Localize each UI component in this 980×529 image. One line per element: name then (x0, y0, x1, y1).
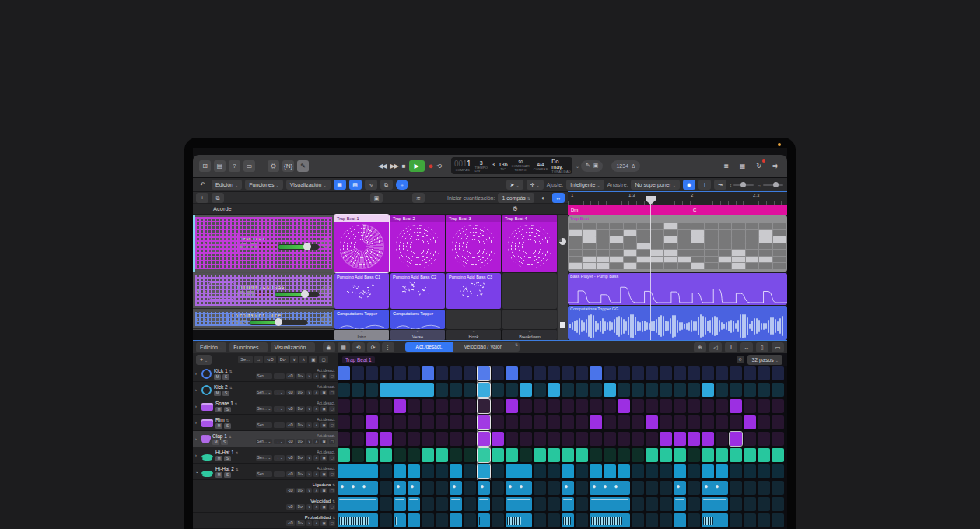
step-off[interactable] (758, 415, 770, 429)
loop-cell-pumping-acid-bass-c3[interactable]: Pumping Acid Bass C3 (446, 273, 501, 309)
row-control-0[interactable]: ⊲D (286, 455, 295, 461)
step-off[interactable] (520, 399, 532, 413)
subrow-control-1[interactable]: D⊳ (296, 504, 305, 510)
row-control-1[interactable]: D⊳ (296, 455, 305, 461)
solo-button[interactable]: S (222, 374, 229, 380)
step-off[interactable] (548, 432, 560, 446)
step-off[interactable] (688, 497, 700, 511)
step-off[interactable] (730, 383, 742, 397)
step-off[interactable] (436, 432, 448, 446)
step-off[interactable] (660, 497, 672, 511)
seq-row-probabilidad[interactable]: Probabilidad⇅⊲DD⊳∨∧▣▢ (193, 513, 338, 529)
row-control-2[interactable]: ∨ (306, 422, 312, 428)
row-control-2[interactable]: ∨ (306, 455, 312, 461)
step-on[interactable] (380, 432, 392, 446)
row-control-5[interactable]: ▢ (329, 422, 335, 428)
editor-tool-icon-4[interactable]: ⋮ (382, 342, 394, 352)
step-off[interactable] (702, 415, 714, 429)
step-on[interactable] (380, 383, 434, 397)
row-control-1[interactable]: D⊳ (296, 439, 305, 444)
subrow-control-4[interactable]: ▣ (320, 488, 327, 493)
step-off[interactable] (492, 497, 504, 511)
mode-stepper[interactable]: ⇅ (513, 342, 520, 352)
step-off[interactable] (534, 415, 546, 429)
volume-fader[interactable] (250, 320, 307, 325)
disclosure-icon[interactable]: › (195, 420, 199, 425)
row-control-0[interactable]: ⊲D (286, 422, 295, 428)
step-off[interactable] (380, 464, 392, 478)
step-on[interactable]: ◆◆ (506, 481, 532, 495)
add-row-button[interactable]: +⌄ (196, 355, 212, 365)
step-off[interactable] (604, 415, 616, 429)
step-off[interactable] (338, 383, 350, 397)
step-off[interactable] (758, 366, 770, 380)
direction-menu[interactable]: → ⌄ (274, 439, 285, 444)
step-on[interactable] (702, 448, 714, 462)
step-off[interactable] (660, 464, 672, 478)
step-off[interactable] (646, 366, 658, 380)
step-on[interactable] (730, 399, 742, 413)
step-off[interactable] (436, 399, 448, 413)
pencil-tool-icon[interactable]: ✎ (297, 160, 309, 172)
step-off[interactable] (436, 366, 448, 380)
fader-knob[interactable] (275, 318, 282, 326)
step-off[interactable] (408, 399, 420, 413)
step-on[interactable] (338, 513, 378, 527)
step-off[interactable] (548, 366, 560, 380)
row-control-3[interactable]: ∧ (313, 406, 319, 412)
gear-icon[interactable]: ⚙ (513, 205, 518, 212)
mute-button[interactable]: M (215, 456, 222, 461)
moon-icon[interactable]: ◐ (537, 192, 549, 204)
step-off[interactable] (436, 513, 448, 527)
step-off[interactable] (492, 513, 504, 527)
step-on[interactable] (688, 432, 700, 446)
step-off[interactable] (464, 448, 476, 462)
step-off[interactable] (366, 366, 378, 380)
step-on[interactable] (618, 399, 630, 413)
row-control-5[interactable]: ▢ (329, 390, 335, 395)
settings-icon[interactable]: ⛭ (268, 160, 279, 172)
step-off[interactable] (772, 366, 784, 380)
step-on[interactable] (716, 464, 728, 478)
step-on[interactable] (548, 448, 560, 462)
step-off[interactable] (618, 366, 630, 380)
sensitivity-menu[interactable]: Sen… ⌄ (256, 406, 273, 412)
stepper-icon[interactable]: ⇅ (236, 468, 239, 471)
step-off[interactable] (492, 399, 504, 413)
step-on[interactable]: ◆ (408, 481, 420, 495)
empty-cell[interactable] (446, 310, 501, 329)
step-off[interactable] (730, 366, 742, 380)
step-off[interactable] (758, 513, 770, 527)
step-off[interactable] (408, 432, 420, 446)
output-meter-icon[interactable]: ⇉ (769, 160, 781, 172)
row-control-5[interactable]: ▢ (329, 406, 335, 412)
step-off[interactable] (520, 415, 532, 429)
step-off[interactable] (618, 383, 630, 397)
step-off[interactable] (744, 513, 756, 527)
step-off[interactable] (422, 497, 434, 511)
automation-button[interactable]: ∿ (365, 180, 377, 190)
step-off[interactable] (464, 432, 476, 446)
horizontal-zoom-slider[interactable]: ↔ (757, 183, 783, 187)
editor-right-icon-0[interactable]: ⊕ (694, 342, 706, 352)
header-control-5[interactable]: ∧ (299, 356, 307, 363)
fader-knob[interactable] (303, 243, 311, 250)
step-off[interactable] (422, 481, 434, 495)
step-off[interactable] (688, 513, 700, 527)
step-on[interactable]: ◆◆◆ (590, 481, 630, 495)
step-off[interactable] (520, 448, 532, 462)
loop-cell-computations-topper[interactable]: Computations Topper (390, 310, 445, 329)
subrow-control-2[interactable]: ∨ (306, 520, 312, 526)
pane-icon[interactable]: ▣ (370, 193, 383, 203)
row-control-4[interactable]: ▣ (320, 373, 327, 379)
step-on[interactable] (506, 399, 518, 413)
step-off[interactable] (450, 366, 462, 380)
step-on[interactable] (422, 366, 434, 380)
stepper-icon[interactable]: ⇅ (229, 435, 232, 439)
step-off[interactable] (464, 399, 476, 413)
row-control-3[interactable]: ∧ (313, 455, 319, 461)
step-off[interactable] (660, 366, 672, 380)
row-control-5[interactable]: ▢ (329, 455, 335, 461)
direction-menu[interactable]: → ⌄ (274, 390, 285, 395)
step-off[interactable] (576, 481, 588, 495)
